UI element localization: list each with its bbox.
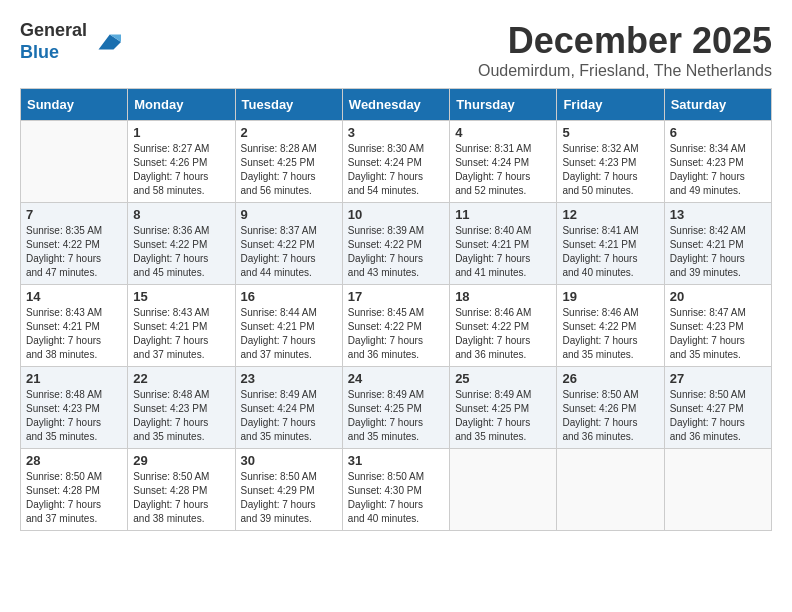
calendar-cell: 16Sunrise: 8:44 AMSunset: 4:21 PMDayligh… (235, 285, 342, 367)
calendar-cell: 29Sunrise: 8:50 AMSunset: 4:28 PMDayligh… (128, 449, 235, 531)
title-area: December 2025 Oudemirdum, Friesland, The… (478, 20, 772, 80)
day-number: 26 (562, 371, 658, 386)
day-info: Sunrise: 8:39 AMSunset: 4:22 PMDaylight:… (348, 224, 444, 280)
calendar-cell: 30Sunrise: 8:50 AMSunset: 4:29 PMDayligh… (235, 449, 342, 531)
calendar-cell (664, 449, 771, 531)
header-monday: Monday (128, 89, 235, 121)
day-info: Sunrise: 8:47 AMSunset: 4:23 PMDaylight:… (670, 306, 766, 362)
day-number: 18 (455, 289, 551, 304)
calendar-cell: 15Sunrise: 8:43 AMSunset: 4:21 PMDayligh… (128, 285, 235, 367)
calendar-week-row: 1Sunrise: 8:27 AMSunset: 4:26 PMDaylight… (21, 121, 772, 203)
calendar-cell (21, 121, 128, 203)
header-saturday: Saturday (664, 89, 771, 121)
calendar-cell: 11Sunrise: 8:40 AMSunset: 4:21 PMDayligh… (450, 203, 557, 285)
day-number: 23 (241, 371, 337, 386)
day-info: Sunrise: 8:40 AMSunset: 4:21 PMDaylight:… (455, 224, 551, 280)
day-info: Sunrise: 8:34 AMSunset: 4:23 PMDaylight:… (670, 142, 766, 198)
day-info: Sunrise: 8:32 AMSunset: 4:23 PMDaylight:… (562, 142, 658, 198)
day-info: Sunrise: 8:50 AMSunset: 4:29 PMDaylight:… (241, 470, 337, 526)
day-info: Sunrise: 8:50 AMSunset: 4:26 PMDaylight:… (562, 388, 658, 444)
calendar-week-row: 14Sunrise: 8:43 AMSunset: 4:21 PMDayligh… (21, 285, 772, 367)
day-number: 28 (26, 453, 122, 468)
day-info: Sunrise: 8:48 AMSunset: 4:23 PMDaylight:… (26, 388, 122, 444)
logo-icon (91, 27, 121, 57)
day-number: 30 (241, 453, 337, 468)
day-number: 15 (133, 289, 229, 304)
calendar-cell: 8Sunrise: 8:36 AMSunset: 4:22 PMDaylight… (128, 203, 235, 285)
calendar-cell (450, 449, 557, 531)
logo: General Blue (20, 20, 121, 63)
day-number: 10 (348, 207, 444, 222)
calendar-cell: 27Sunrise: 8:50 AMSunset: 4:27 PMDayligh… (664, 367, 771, 449)
day-info: Sunrise: 8:43 AMSunset: 4:21 PMDaylight:… (26, 306, 122, 362)
calendar-cell: 26Sunrise: 8:50 AMSunset: 4:26 PMDayligh… (557, 367, 664, 449)
calendar-cell: 1Sunrise: 8:27 AMSunset: 4:26 PMDaylight… (128, 121, 235, 203)
header-tuesday: Tuesday (235, 89, 342, 121)
day-number: 27 (670, 371, 766, 386)
day-info: Sunrise: 8:36 AMSunset: 4:22 PMDaylight:… (133, 224, 229, 280)
calendar-cell: 25Sunrise: 8:49 AMSunset: 4:25 PMDayligh… (450, 367, 557, 449)
calendar-cell: 19Sunrise: 8:46 AMSunset: 4:22 PMDayligh… (557, 285, 664, 367)
day-info: Sunrise: 8:46 AMSunset: 4:22 PMDaylight:… (562, 306, 658, 362)
day-number: 14 (26, 289, 122, 304)
calendar-cell: 18Sunrise: 8:46 AMSunset: 4:22 PMDayligh… (450, 285, 557, 367)
calendar-cell: 23Sunrise: 8:49 AMSunset: 4:24 PMDayligh… (235, 367, 342, 449)
day-info: Sunrise: 8:28 AMSunset: 4:25 PMDaylight:… (241, 142, 337, 198)
calendar-cell: 14Sunrise: 8:43 AMSunset: 4:21 PMDayligh… (21, 285, 128, 367)
day-info: Sunrise: 8:41 AMSunset: 4:21 PMDaylight:… (562, 224, 658, 280)
day-info: Sunrise: 8:49 AMSunset: 4:25 PMDaylight:… (455, 388, 551, 444)
calendar-cell (557, 449, 664, 531)
calendar-cell: 24Sunrise: 8:49 AMSunset: 4:25 PMDayligh… (342, 367, 449, 449)
calendar-cell: 3Sunrise: 8:30 AMSunset: 4:24 PMDaylight… (342, 121, 449, 203)
day-number: 29 (133, 453, 229, 468)
day-info: Sunrise: 8:31 AMSunset: 4:24 PMDaylight:… (455, 142, 551, 198)
day-number: 12 (562, 207, 658, 222)
header-friday: Friday (557, 89, 664, 121)
day-info: Sunrise: 8:43 AMSunset: 4:21 PMDaylight:… (133, 306, 229, 362)
day-info: Sunrise: 8:50 AMSunset: 4:28 PMDaylight:… (133, 470, 229, 526)
day-number: 24 (348, 371, 444, 386)
calendar-cell: 6Sunrise: 8:34 AMSunset: 4:23 PMDaylight… (664, 121, 771, 203)
day-info: Sunrise: 8:27 AMSunset: 4:26 PMDaylight:… (133, 142, 229, 198)
day-number: 21 (26, 371, 122, 386)
day-number: 16 (241, 289, 337, 304)
day-info: Sunrise: 8:50 AMSunset: 4:28 PMDaylight:… (26, 470, 122, 526)
header-thursday: Thursday (450, 89, 557, 121)
calendar-cell: 5Sunrise: 8:32 AMSunset: 4:23 PMDaylight… (557, 121, 664, 203)
day-number: 1 (133, 125, 229, 140)
day-info: Sunrise: 8:35 AMSunset: 4:22 PMDaylight:… (26, 224, 122, 280)
header-wednesday: Wednesday (342, 89, 449, 121)
day-number: 3 (348, 125, 444, 140)
calendar-cell: 28Sunrise: 8:50 AMSunset: 4:28 PMDayligh… (21, 449, 128, 531)
calendar-cell: 17Sunrise: 8:45 AMSunset: 4:22 PMDayligh… (342, 285, 449, 367)
day-number: 22 (133, 371, 229, 386)
day-number: 17 (348, 289, 444, 304)
calendar-cell: 12Sunrise: 8:41 AMSunset: 4:21 PMDayligh… (557, 203, 664, 285)
header: General Blue December 2025 Oudemirdum, F… (20, 20, 772, 80)
calendar-table: SundayMondayTuesdayWednesdayThursdayFrid… (20, 88, 772, 531)
day-number: 4 (455, 125, 551, 140)
calendar-week-row: 28Sunrise: 8:50 AMSunset: 4:28 PMDayligh… (21, 449, 772, 531)
day-info: Sunrise: 8:50 AMSunset: 4:27 PMDaylight:… (670, 388, 766, 444)
day-info: Sunrise: 8:49 AMSunset: 4:25 PMDaylight:… (348, 388, 444, 444)
day-number: 11 (455, 207, 551, 222)
calendar-cell: 4Sunrise: 8:31 AMSunset: 4:24 PMDaylight… (450, 121, 557, 203)
calendar-cell: 10Sunrise: 8:39 AMSunset: 4:22 PMDayligh… (342, 203, 449, 285)
day-number: 9 (241, 207, 337, 222)
day-number: 5 (562, 125, 658, 140)
calendar-week-row: 7Sunrise: 8:35 AMSunset: 4:22 PMDaylight… (21, 203, 772, 285)
day-info: Sunrise: 8:48 AMSunset: 4:23 PMDaylight:… (133, 388, 229, 444)
month-title: December 2025 (478, 20, 772, 62)
day-info: Sunrise: 8:45 AMSunset: 4:22 PMDaylight:… (348, 306, 444, 362)
calendar-cell: 21Sunrise: 8:48 AMSunset: 4:23 PMDayligh… (21, 367, 128, 449)
day-number: 2 (241, 125, 337, 140)
calendar-week-row: 21Sunrise: 8:48 AMSunset: 4:23 PMDayligh… (21, 367, 772, 449)
day-number: 31 (348, 453, 444, 468)
calendar-cell: 13Sunrise: 8:42 AMSunset: 4:21 PMDayligh… (664, 203, 771, 285)
day-info: Sunrise: 8:50 AMSunset: 4:30 PMDaylight:… (348, 470, 444, 526)
day-number: 13 (670, 207, 766, 222)
day-info: Sunrise: 8:42 AMSunset: 4:21 PMDaylight:… (670, 224, 766, 280)
logo-blue: Blue (20, 42, 59, 62)
calendar-cell: 9Sunrise: 8:37 AMSunset: 4:22 PMDaylight… (235, 203, 342, 285)
day-info: Sunrise: 8:44 AMSunset: 4:21 PMDaylight:… (241, 306, 337, 362)
